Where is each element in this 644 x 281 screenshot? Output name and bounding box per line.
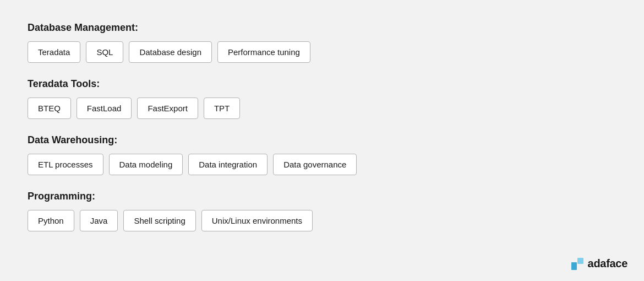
section-database-management: Database Management:TeradataSQLDatabase …	[28, 22, 616, 63]
tag-item: BTEQ	[28, 98, 71, 119]
svg-rect-1	[577, 258, 583, 264]
section-programming: Programming:PythonJavaShell scriptingUni…	[28, 191, 616, 231]
tags-row-data-warehousing: ETL processesData modelingData integrati…	[28, 154, 616, 175]
section-title-database-management: Database Management:	[28, 22, 616, 34]
tag-item: ETL processes	[28, 154, 103, 175]
tag-item: Performance tuning	[217, 41, 310, 63]
tag-item: Java	[80, 210, 118, 231]
tag-item: FastLoad	[77, 98, 132, 119]
tag-item: Data integration	[188, 154, 268, 175]
tag-item: FastExport	[137, 98, 198, 119]
tag-item: Database design	[129, 41, 212, 63]
tag-item: TPT	[204, 98, 240, 119]
section-title-teradata-tools: Teradata Tools:	[28, 78, 616, 90]
tag-item: SQL	[86, 41, 123, 63]
svg-rect-0	[571, 262, 577, 270]
tag-item: Data modeling	[109, 154, 183, 175]
branding: adaface	[571, 257, 627, 270]
tag-item: Python	[28, 210, 74, 231]
tag-item: Unix/Linux environments	[201, 210, 313, 231]
tag-item: Shell scripting	[123, 210, 195, 231]
section-teradata-tools: Teradata Tools:BTEQFastLoadFastExportTPT	[28, 78, 616, 119]
tags-row-teradata-tools: BTEQFastLoadFastExportTPT	[28, 98, 616, 119]
tags-row-programming: PythonJavaShell scriptingUnix/Linux envi…	[28, 210, 616, 231]
brand-name: adaface	[588, 257, 627, 270]
section-data-warehousing: Data Warehousing:ETL processesData model…	[28, 134, 616, 175]
tags-row-database-management: TeradataSQLDatabase designPerformance tu…	[28, 41, 616, 63]
tag-item: Data governance	[273, 154, 357, 175]
section-title-programming: Programming:	[28, 191, 616, 202]
tag-item: Teradata	[28, 41, 80, 63]
main-content: Database Management:TeradataSQLDatabase …	[0, 0, 644, 269]
section-title-data-warehousing: Data Warehousing:	[28, 134, 616, 146]
adaface-icon	[571, 258, 583, 270]
